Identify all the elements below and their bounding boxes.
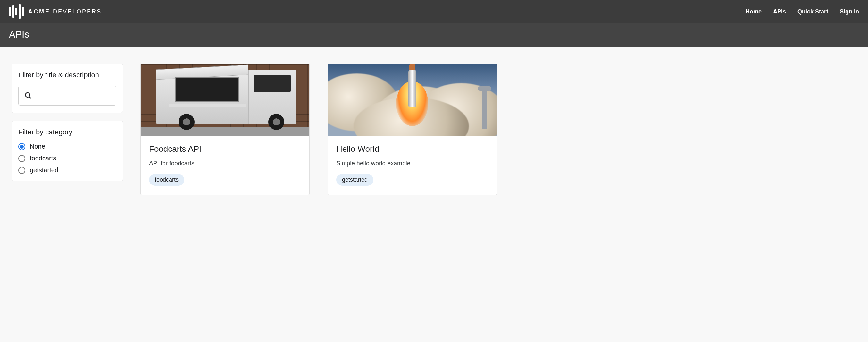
sound-bars-icon xyxy=(9,5,24,18)
card-description: API for foodcarts xyxy=(149,160,301,167)
search-input[interactable] xyxy=(35,92,110,99)
radio-label: getstarted xyxy=(30,167,58,174)
card-description: Simple hello world example xyxy=(336,160,488,167)
filter-text-title: Filter by title & description xyxy=(18,71,116,79)
filter-category-title: Filter by category xyxy=(18,128,116,136)
primary-nav: Home APIs Quick Start Sign In xyxy=(746,8,859,15)
category-radio-foodcarts[interactable]: foodcarts xyxy=(18,154,116,162)
card-tag-foodcarts[interactable]: foodcarts xyxy=(149,174,184,186)
radio-label: foodcarts xyxy=(30,154,56,162)
brand-light: DEVELOPERS xyxy=(53,8,102,15)
top-nav-bar: ACME DEVELOPERS Home APIs Quick Start Si… xyxy=(0,0,868,23)
main-content: Filter by title & description Filter by … xyxy=(0,47,868,212)
card-tag-getstarted[interactable]: getstarted xyxy=(336,174,373,186)
radio-icon xyxy=(18,155,25,162)
search-icon xyxy=(24,92,32,99)
nav-apis[interactable]: APIs xyxy=(773,8,786,15)
api-card-hello-world[interactable]: Hello World Simple hello world example g… xyxy=(328,63,497,195)
nav-sign-in[interactable]: Sign In xyxy=(840,8,859,15)
brand-text: ACME DEVELOPERS xyxy=(28,8,102,15)
filter-text-panel: Filter by title & description xyxy=(11,63,123,113)
page-title: APIs xyxy=(9,29,859,40)
svg-point-0 xyxy=(25,93,30,97)
nav-quick-start[interactable]: Quick Start xyxy=(798,8,828,15)
radio-icon xyxy=(18,167,25,174)
card-body: Foodcarts API API for foodcarts foodcart… xyxy=(141,136,309,195)
radio-icon xyxy=(18,143,25,150)
card-image-foodtruck xyxy=(141,64,309,136)
nav-home[interactable]: Home xyxy=(746,8,762,15)
category-radio-getstarted[interactable]: getstarted xyxy=(18,167,116,174)
card-title: Foodcarts API xyxy=(149,144,301,154)
card-image-rocket xyxy=(328,64,496,136)
category-radio-none[interactable]: None xyxy=(18,143,116,150)
brand-bold: ACME xyxy=(28,8,50,15)
card-body: Hello World Simple hello world example g… xyxy=(328,136,496,195)
svg-line-1 xyxy=(30,97,31,99)
filter-category-panel: Filter by category None foodcarts getsta… xyxy=(11,121,123,181)
api-card-foodcarts[interactable]: Foodcarts API API for foodcarts foodcart… xyxy=(141,63,310,195)
radio-label: None xyxy=(30,143,45,150)
page-header: APIs xyxy=(0,23,868,47)
filter-sidebar: Filter by title & description Filter by … xyxy=(11,63,123,181)
api-card-grid: Foodcarts API API for foodcarts foodcart… xyxy=(141,63,857,195)
card-title: Hello World xyxy=(336,144,488,154)
search-input-wrapper[interactable] xyxy=(18,86,116,106)
category-radio-group: None foodcarts getstarted xyxy=(18,143,116,174)
brand-logo[interactable]: ACME DEVELOPERS xyxy=(9,5,102,18)
